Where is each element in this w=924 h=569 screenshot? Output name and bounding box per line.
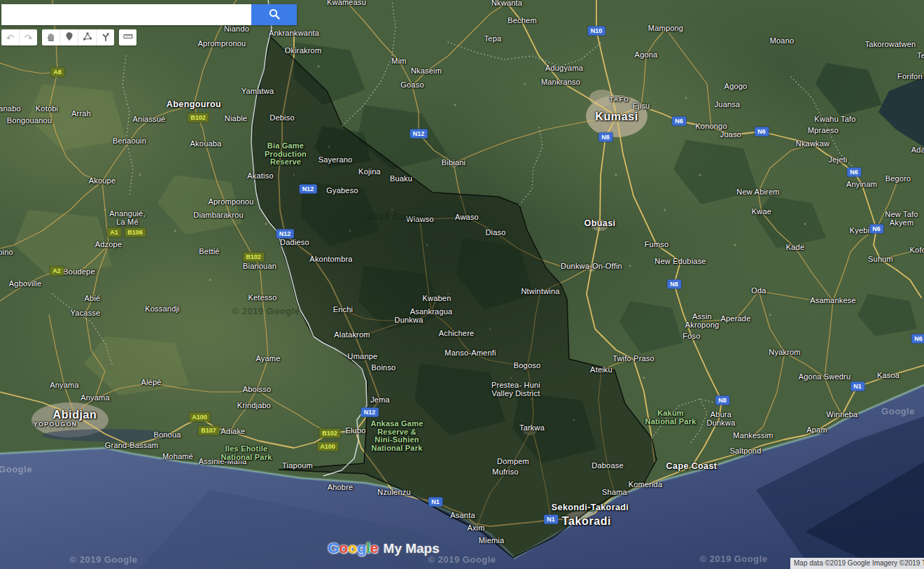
search-icon: [268, 8, 281, 22]
map-attribution: Map data ©2019 Google Imagery ©2019 Te: [790, 558, 924, 569]
map-canvas[interactable]: [0, 0, 924, 569]
draw-tools-group: [42, 29, 114, 45]
add-marker-button[interactable]: [59, 29, 78, 45]
draw-line-button[interactable]: [78, 29, 96, 45]
search-button[interactable]: [251, 4, 297, 25]
add-directions-button[interactable]: [96, 29, 114, 45]
search-input[interactable]: [1, 4, 251, 25]
measure-button[interactable]: [119, 29, 136, 45]
undo-button[interactable]: ↶: [1, 29, 19, 45]
ruler-icon: [122, 31, 134, 45]
redo-icon: ↷: [24, 33, 33, 43]
marker-icon: [64, 31, 75, 45]
redo-button[interactable]: ↷: [19, 29, 37, 45]
undo-redo-group: ↶ ↷: [1, 29, 37, 45]
toolbar: ↶ ↷: [1, 29, 136, 45]
directions-icon: [100, 31, 111, 45]
hand-icon: [46, 31, 57, 45]
undo-icon: ↶: [6, 33, 15, 43]
pan-button[interactable]: [42, 29, 59, 45]
my-maps-app: KwameasuNkwantaBechemTepaMampongAgonaMoa…: [0, 0, 924, 569]
search-bar: [1, 4, 297, 25]
measure-group: [119, 29, 136, 45]
polyline-icon: [82, 31, 93, 45]
